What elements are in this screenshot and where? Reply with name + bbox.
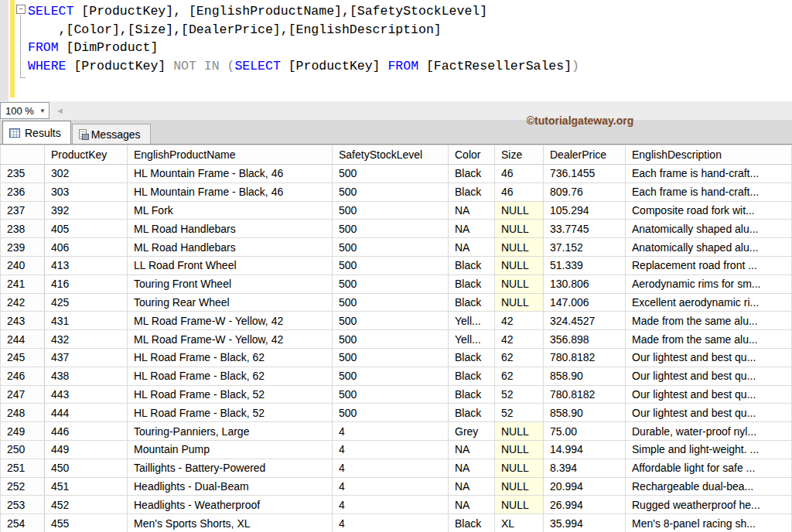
grid-cell[interactable]: 392 bbox=[45, 201, 128, 220]
grid-cell[interactable]: 446 bbox=[45, 422, 128, 441]
row-number-cell[interactable]: 250 bbox=[1, 440, 45, 459]
grid-cell[interactable]: Made from the same alu... bbox=[626, 312, 792, 330]
row-number-cell[interactable]: 238 bbox=[1, 220, 45, 238]
grid-cell[interactable]: 432 bbox=[45, 330, 128, 349]
row-number-cell[interactable]: 237 bbox=[1, 201, 45, 220]
grid-cell[interactable]: 20.994 bbox=[544, 477, 626, 496]
sql-code-line[interactable]: WHERE [ProductKey] NOT IN (SELECT [Produ… bbox=[28, 57, 579, 76]
grid-cell[interactable]: NA bbox=[449, 477, 495, 496]
grid-cell[interactable]: Composite road fork wit... bbox=[626, 201, 792, 220]
row-number-cell[interactable]: 249 bbox=[1, 422, 45, 441]
grid-cell[interactable]: 356.898 bbox=[544, 330, 626, 349]
grid-cell[interactable]: Excellent aerodynamic ri... bbox=[626, 293, 792, 312]
grid-cell[interactable]: 858.90 bbox=[544, 367, 626, 385]
grid-cell[interactable]: 8.394 bbox=[544, 459, 626, 477]
row-number-cell[interactable]: 244 bbox=[1, 330, 45, 349]
grid-cell[interactable]: Touring Front Wheel bbox=[128, 275, 333, 293]
grid-cell[interactable]: Black bbox=[449, 275, 495, 293]
grid-cell[interactable]: 42 bbox=[495, 330, 544, 349]
row-number-cell[interactable]: 239 bbox=[1, 238, 45, 257]
grid-cell[interactable]: Yell... bbox=[449, 312, 495, 330]
grid-cell[interactable]: 437 bbox=[45, 348, 128, 367]
grid-cell[interactable]: ML Road Frame-W - Yellow, 42 bbox=[128, 330, 333, 349]
sql-code-line[interactable]: ,[Color],[Size],[DealerPrice],[EnglishDe… bbox=[28, 21, 579, 39]
grid-cell[interactable]: NULL bbox=[495, 496, 544, 514]
grid-cell[interactable]: Each frame is hand-craft... bbox=[626, 165, 792, 183]
grid-cell[interactable]: 780.8182 bbox=[544, 385, 626, 404]
grid-cell[interactable]: Rechargeable dual-bea... bbox=[626, 477, 792, 496]
grid-cell[interactable]: NA bbox=[449, 440, 495, 459]
row-number-cell[interactable]: 242 bbox=[1, 293, 45, 312]
grid-cell[interactable]: Yell... bbox=[449, 330, 495, 349]
grid-cell[interactable]: 450 bbox=[45, 459, 128, 477]
grid-cell[interactable]: 500 bbox=[333, 348, 449, 367]
grid-cell[interactable]: NULL bbox=[495, 477, 544, 496]
horizontal-scrollbar[interactable]: ◄ bbox=[52, 102, 792, 119]
grid-cell[interactable]: 4 bbox=[333, 514, 449, 532]
grid-cell[interactable]: Black bbox=[449, 165, 495, 183]
grid-cell[interactable]: 500 bbox=[333, 367, 449, 385]
grid-cell[interactable]: Made from the same alu... bbox=[626, 330, 792, 349]
grid-cell[interactable]: 500 bbox=[333, 201, 449, 220]
column-header[interactable]: EnglishProductName bbox=[128, 145, 333, 165]
grid-cell[interactable]: Our lightest and best qu... bbox=[626, 385, 792, 404]
sql-editor[interactable]: − SELECT [ProductKey], [EnglishProductNa… bbox=[0, 0, 792, 101]
grid-cell[interactable]: 52 bbox=[495, 385, 544, 404]
grid-cell[interactable]: Touring-Panniers, Large bbox=[128, 422, 333, 441]
grid-cell[interactable]: HL Mountain Frame - Black, 46 bbox=[128, 165, 333, 183]
grid-cell[interactable]: 324.4527 bbox=[544, 312, 626, 330]
grid-cell[interactable]: NULL bbox=[495, 459, 544, 477]
grid-cell[interactable]: 4 bbox=[333, 496, 449, 514]
grid-cell[interactable]: 500 bbox=[333, 165, 449, 183]
grid-cell[interactable]: 4 bbox=[333, 422, 449, 441]
grid-cell[interactable]: NULL bbox=[495, 440, 544, 459]
grid-cell[interactable]: Our lightest and best qu... bbox=[626, 367, 792, 385]
grid-cell[interactable]: 500 bbox=[333, 312, 449, 330]
grid-cell[interactable]: 444 bbox=[45, 404, 128, 422]
row-number-cell[interactable]: 253 bbox=[1, 496, 45, 514]
grid-cell[interactable]: Our lightest and best qu... bbox=[626, 404, 792, 422]
column-header[interactable]: Size bbox=[495, 145, 544, 165]
sql-code-line[interactable]: FROM [DimProduct] bbox=[28, 39, 579, 57]
row-number-cell[interactable]: 243 bbox=[1, 312, 45, 330]
column-header[interactable]: SafetyStockLevel bbox=[333, 145, 449, 165]
grid-cell[interactable]: 51.339 bbox=[544, 256, 626, 275]
grid-cell[interactable]: NA bbox=[449, 459, 495, 477]
grid-cell[interactable]: Each frame is hand-craft... bbox=[626, 182, 792, 201]
grid-cell[interactable]: Anatomically shaped alu... bbox=[626, 220, 792, 238]
row-number-cell[interactable]: 240 bbox=[1, 256, 45, 275]
grid-cell[interactable]: LL Road Front Wheel bbox=[128, 256, 333, 275]
row-number-cell[interactable]: 236 bbox=[1, 182, 45, 201]
grid-cell[interactable]: Taillights - Battery-Powered bbox=[128, 459, 333, 477]
grid-cell[interactable]: Black bbox=[449, 182, 495, 201]
grid-cell[interactable]: 413 bbox=[45, 256, 128, 275]
grid-cell[interactable]: NULL bbox=[495, 422, 544, 441]
grid-cell[interactable]: Touring Rear Wheel bbox=[128, 293, 333, 312]
grid-cell[interactable]: 500 bbox=[333, 330, 449, 349]
grid-cell[interactable]: 858.90 bbox=[544, 404, 626, 422]
grid-cell[interactable]: Aerodynamic rims for sm... bbox=[626, 275, 792, 293]
grid-cell[interactable]: NULL bbox=[495, 201, 544, 220]
row-number-cell[interactable]: 241 bbox=[1, 275, 45, 293]
grid-cell[interactable]: HL Road Frame - Black, 62 bbox=[128, 367, 333, 385]
tab-results[interactable]: Results bbox=[2, 121, 71, 144]
grid-cell[interactable]: 35.994 bbox=[544, 514, 626, 532]
grid-cell[interactable]: 33.7745 bbox=[544, 220, 626, 238]
column-header[interactable]: Color bbox=[449, 145, 495, 165]
scroll-left-arrow-icon[interactable]: ◄ bbox=[52, 106, 64, 115]
row-number-cell[interactable]: 246 bbox=[1, 367, 45, 385]
row-number-cell[interactable]: 245 bbox=[1, 348, 45, 367]
grid-cell[interactable]: Headlights - Weatherproof bbox=[128, 496, 333, 514]
grid-cell[interactable]: Headlights - Dual-Beam bbox=[128, 477, 333, 496]
grid-cell[interactable]: 302 bbox=[45, 165, 128, 183]
grid-cell[interactable]: 130.806 bbox=[544, 275, 626, 293]
grid-cell[interactable]: HL Road Frame - Black, 52 bbox=[128, 404, 333, 422]
grid-cell[interactable]: Black bbox=[449, 256, 495, 275]
grid-cell[interactable]: 147.006 bbox=[544, 293, 626, 312]
grid-cell[interactable]: Durable, water-proof nyl... bbox=[626, 422, 792, 441]
grid-cell[interactable]: HL Mountain Frame - Black, 46 bbox=[128, 182, 333, 201]
row-number-cell[interactable]: 254 bbox=[1, 514, 45, 532]
row-number-cell[interactable]: 235 bbox=[1, 165, 45, 183]
grid-cell[interactable]: Affordable light for safe ... bbox=[626, 459, 792, 477]
grid-cell[interactable]: ML Road Handlebars bbox=[128, 220, 333, 238]
